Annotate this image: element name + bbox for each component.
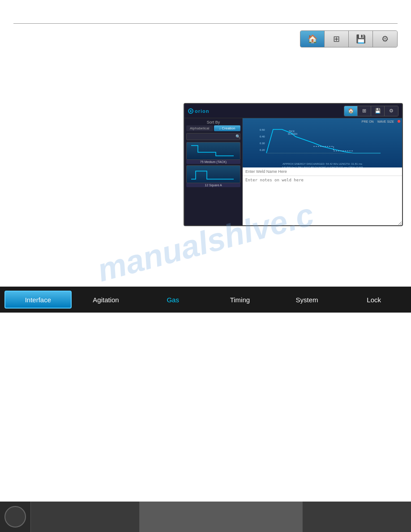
app-header: orion 🏠 ⊞ 💾 ⚙: [184, 104, 402, 118]
app-logo: orion: [188, 108, 210, 114]
weld-chart-area: PRE ON WAVE SIZE 0.50 0.40 0.30 0.20 TAC…: [243, 118, 402, 167]
app-save-button[interactable]: 💾: [371, 106, 385, 116]
weld-preview-1: [186, 142, 240, 160]
search-icon: 🔍: [235, 134, 240, 139]
chart-approx-text: APPROX ENERGY DISCHARGED: 54.42 W/s LENG…: [244, 163, 400, 165]
chart-status-dot: [398, 120, 400, 123]
sort-creation[interactable]: ↓ Creation: [214, 125, 241, 131]
weld-name-input[interactable]: [243, 167, 402, 176]
chart-settings-text: A:5.5W Ap:1.7W | AVLE:89 F# NONE | LENGT…: [244, 166, 400, 167]
footer-circle-inner: [4, 506, 26, 528]
svg-text:0.40: 0.40: [260, 135, 265, 138]
svg-text:0.20: 0.20: [260, 149, 265, 151]
sort-alphabetical[interactable]: Alphabetical: [186, 125, 213, 131]
orion-logo-icon: [188, 108, 193, 114]
chart-label-wave-size: WAVE SIZE: [377, 120, 394, 123]
toolbar-save-button[interactable]: 💾: [349, 31, 373, 47]
tab-lock[interactable]: Lock: [341, 291, 407, 309]
chart-label-pre-on: PRE ON: [362, 120, 374, 123]
sort-by-label: Sort By: [186, 120, 240, 124]
weld-name-1: 75 Medium (TACK): [186, 160, 240, 164]
app-header-buttons: 🏠 ⊞ 💾 ⚙: [344, 106, 398, 116]
weld-chart-2: [189, 167, 238, 182]
search-bar[interactable]: 🔍: [186, 133, 240, 140]
tab-agitation[interactable]: Agitation: [73, 291, 139, 309]
footer-section-3: [302, 502, 411, 532]
app-left-panel: Sort By Alphabetical ↓ Creation 🔍 75 Med…: [184, 118, 243, 225]
toolbar-home-button[interactable]: 🏠: [300, 31, 325, 47]
sort-arrow-icon: ↓: [219, 126, 221, 130]
tab-interface[interactable]: Interface: [4, 291, 72, 309]
app-window: orion 🏠 ⊞ 💾 ⚙ Sort By Alphabetical ↓ Cre…: [184, 103, 403, 226]
app-settings-button[interactable]: ⚙: [385, 106, 398, 116]
tab-timing[interactable]: Timing: [207, 291, 273, 309]
toolbar-video-button[interactable]: ⊞: [325, 31, 349, 47]
weld-item-2[interactable]: 12 Square A: [186, 165, 240, 187]
bottom-tabbar: Interface Agitation Gas Timing System Lo…: [0, 287, 411, 313]
app-video-button[interactable]: ⊞: [358, 106, 371, 116]
weld-name-2: 12 Square A: [186, 183, 240, 187]
top-toolbar: 🏠 ⊞ 💾 ⚙: [300, 30, 398, 47]
svg-text:0.30: 0.30: [260, 142, 265, 145]
weld-preview-2: [186, 165, 240, 183]
sort-options: Alphabetical ↓ Creation: [186, 125, 240, 131]
footer-section-2: [139, 502, 302, 532]
app-body: Sort By Alphabetical ↓ Creation 🔍 75 Med…: [184, 118, 402, 225]
top-divider: [13, 23, 398, 24]
footer-bar: [0, 502, 411, 532]
weld-notes-input[interactable]: [243, 176, 402, 225]
app-home-button[interactable]: 🏠: [344, 106, 358, 116]
main-weld-chart: 0.50 0.40 0.30 0.20 TACK SCREEN: [244, 124, 400, 160]
footer-circle: [0, 502, 30, 532]
app-right-panel: PRE ON WAVE SIZE 0.50 0.40 0.30 0.20 TAC…: [243, 118, 402, 225]
footer-section-1: [30, 502, 139, 532]
app-logo-text: orion: [195, 108, 210, 114]
tab-gas[interactable]: Gas: [140, 291, 206, 309]
chart-labels: PRE ON WAVE SIZE: [244, 120, 400, 123]
weld-item-1[interactable]: 75 Medium (TACK): [186, 142, 240, 164]
svg-text:0.50: 0.50: [260, 129, 265, 131]
tab-system[interactable]: System: [274, 291, 340, 309]
search-input[interactable]: [188, 135, 235, 139]
weld-chart-1: [189, 143, 238, 159]
toolbar-settings-button[interactable]: ⚙: [373, 31, 397, 47]
